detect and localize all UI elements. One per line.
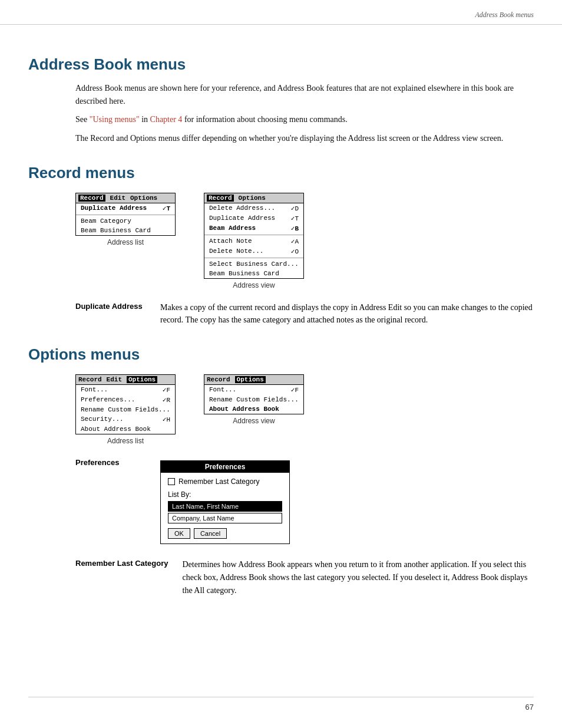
opt-view-about: About Address Book [204, 404, 303, 414]
record-address-list-menu-wrapper: Record Edit Options Duplicate Address ✓T… [75, 193, 176, 246]
remember-last-category-text: Determines how Address Book appears when… [183, 558, 534, 597]
opt-menu-security: Security... ✓H [76, 414, 175, 424]
menu-divider [76, 215, 175, 215]
prefs-cancel-button[interactable]: Cancel [194, 528, 227, 539]
list-by-section: List By: Last Name, First Name Company, … [168, 490, 282, 523]
menu-divider-2 [204, 235, 303, 235]
section-title-address-book-menus: Address Book menus [28, 55, 534, 74]
options-menus-block: Record Edit Options Font... ✓F Preferenc… [75, 374, 534, 445]
duplicate-address-def: Duplicate Address Makes a copy of the cu… [75, 301, 534, 327]
header-title: Address Book menus [475, 11, 534, 19]
prefs-title: Preferences [161, 461, 289, 473]
address-book-para2: See "Using menus" in Chapter 4 for infor… [75, 113, 534, 126]
menu-item-beam-category: Beam Category [76, 216, 175, 226]
prefs-body: Remember Last Category List By: Last Nam… [161, 473, 289, 543]
menu-bar-edit-opt: Edit [107, 376, 122, 383]
options-address-list-menu-wrapper: Record Edit Options Font... ✓F Preferenc… [75, 374, 176, 445]
page-header: Address Book menus [0, 0, 562, 25]
options-menus-row: Record Edit Options Font... ✓F Preferenc… [75, 374, 534, 445]
record-menu-bar: Record Edit Options [76, 193, 175, 203]
menu-item-duplicate-address: Duplicate Address ✓T [76, 203, 175, 213]
menu-bar-record-view2: Record [207, 376, 230, 383]
using-menus-link[interactable]: "Using menus" [90, 115, 140, 124]
page-content: Address Book menus Address Book menus ar… [0, 25, 562, 631]
menu-item-beam-address: Beam Address ✓B [204, 223, 303, 233]
footer-rule [28, 697, 534, 697]
section-title-options-menus: Options menus [28, 345, 534, 364]
options-address-view-menu-wrapper: Record Options Font... ✓F Rename Custom … [204, 374, 304, 425]
opt-menu-rename-custom: Rename Custom Fields... [76, 405, 175, 414]
menu-item-select-business-card: Select Business Card... [204, 259, 303, 269]
menu-bar-options-view2: Options [235, 376, 266, 383]
remember-last-category-def: Remember Last Category Determines how Ad… [75, 558, 534, 597]
page-number: 67 [525, 703, 534, 711]
options-view-caption: Address view [204, 417, 304, 425]
menu-item-beam-business-card-1: Beam Business Card [76, 226, 175, 235]
menu-item-attach-note: Attach Note ✓A [204, 236, 303, 246]
list-option-company-last[interactable]: Company, Last Name [168, 513, 282, 523]
remember-last-category-row: Remember Last Category [168, 477, 282, 486]
list-option-last-first[interactable]: Last Name, First Name [168, 501, 282, 512]
section-title-record-menus: Record menus [28, 164, 534, 182]
duplicate-address-term: Duplicate Address [75, 301, 146, 327]
menu-item-beam-business-card-2: Beam Business Card [204, 269, 303, 278]
preferences-dialog: Preferences Remember Last Category List … [160, 460, 290, 544]
options-address-list-menu: Record Edit Options Font... ✓F Preferenc… [75, 374, 176, 434]
address-book-para3: The Record and Options menus differ depe… [75, 132, 534, 145]
options-address-view-menu: Record Options Font... ✓F Rename Custom … [204, 374, 304, 414]
record-view-menu-bar: Record Options [204, 193, 303, 203]
opt-menu-font: Font... ✓F [76, 385, 175, 395]
menu-item-delete-note: Delete Note... ✓O [204, 246, 303, 256]
record-menus-row: Record Edit Options Duplicate Address ✓T… [75, 193, 534, 289]
prefs-buttons: OK Cancel [168, 528, 282, 539]
remember-last-category-label: Remember Last Category [178, 477, 259, 486]
menu-item-delete-address: Delete Address... ✓D [204, 203, 303, 213]
opt-view-rename: Rename Custom Fields... [204, 395, 303, 404]
options-view-menu-bar: Record Options [204, 375, 303, 385]
address-book-para1: Address Book menus are shown here for yo… [75, 82, 534, 107]
prefs-ok-button[interactable]: OK [168, 528, 190, 539]
menu-divider-3 [204, 258, 303, 258]
menu-item-duplicate-address-view: Duplicate Address ✓T [204, 213, 303, 223]
menu-bar-options-view: Options [239, 195, 266, 202]
list-by-label: List By: [168, 490, 282, 499]
menu-bar-record-view: Record [207, 195, 234, 202]
menu-bar-record-opt: Record [78, 376, 102, 383]
remember-last-category-term: Remember Last Category [75, 558, 168, 597]
options-list-caption: Address list [75, 437, 176, 445]
record-address-view-menu-wrapper: Record Options Delete Address... ✓D Dupl… [204, 193, 304, 289]
opt-menu-prefs: Preferences... ✓R [76, 395, 175, 405]
opt-menu-about: About Address Book [76, 424, 175, 434]
remember-last-category-checkbox[interactable] [168, 478, 175, 485]
menu-bar-options: Options [130, 195, 157, 202]
chapter4-link[interactable]: Chapter 4 [150, 115, 183, 124]
record-address-view-menu: Record Options Delete Address... ✓D Dupl… [204, 193, 304, 279]
preferences-label: Preferences [75, 456, 146, 467]
options-list-menu-bar: Record Edit Options [76, 375, 175, 385]
record-address-list-menu: Record Edit Options Duplicate Address ✓T… [75, 193, 176, 236]
menu-bar-options-opt: Options [127, 376, 157, 383]
menu-bar-record: Record [78, 195, 105, 202]
address-view-caption-1: Address view [204, 281, 304, 289]
opt-view-font: Font... ✓F [204, 385, 303, 395]
menu-bar-edit: Edit [110, 195, 125, 202]
duplicate-address-text: Makes a copy of the current record and d… [160, 301, 534, 327]
preferences-section: Preferences Preferences Remember Last Ca… [75, 456, 534, 544]
preferences-dialog-wrapper: Preferences Remember Last Category List … [160, 456, 290, 544]
address-list-caption-1: Address list [75, 238, 176, 246]
